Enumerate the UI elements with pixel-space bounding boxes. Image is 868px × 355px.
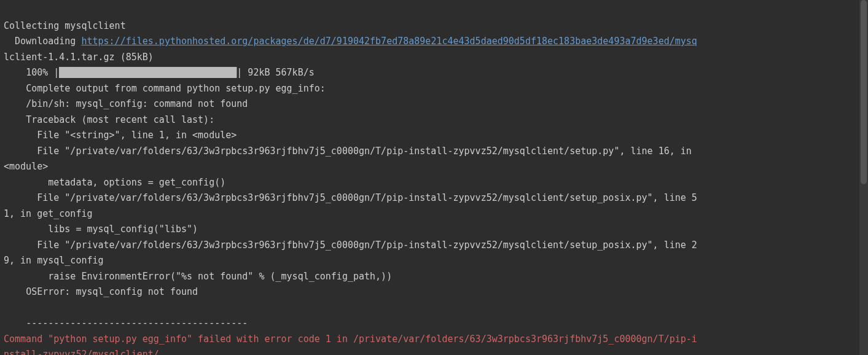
output-line xyxy=(4,300,851,316)
output-line: Traceback (most recent call last): xyxy=(4,112,851,128)
error-line: nstall-zypvvz52/mysqlclient/ xyxy=(4,347,851,355)
download-url-link[interactable]: https://files.pythonhosted.org/packages/… xyxy=(81,36,697,47)
output-line: libs = mysql_config("libs") xyxy=(4,222,851,238)
scrollbar-track[interactable] xyxy=(859,0,868,355)
output-line: <module> xyxy=(4,159,851,175)
progress-line: 100% |████████████████████████████████| … xyxy=(4,65,851,81)
output-line: Collecting mysqlclient xyxy=(4,18,851,34)
error-line: Command "python setup.py egg_info" faile… xyxy=(4,332,851,348)
output-line: /bin/sh: mysql_config: command not found xyxy=(4,96,851,112)
output-line: 9, in mysql_config xyxy=(4,253,851,269)
output-line: ---------------------------------------- xyxy=(4,316,851,332)
output-line: File "/private/var/folders/63/3w3rpbcs3r… xyxy=(4,144,851,160)
output-line: lclient-1.4.1.tar.gz (85kB) xyxy=(4,50,851,66)
output-line: metadata, options = get_config() xyxy=(4,175,851,191)
output-line: Complete output from command python setu… xyxy=(4,81,851,97)
progress-bar: ████████████████████████████████ xyxy=(59,67,237,78)
output-line: OSError: mysql_config not found xyxy=(4,284,851,300)
output-line: 1, in get_config xyxy=(4,206,851,222)
terminal-output: Collecting mysqlclient Downloading https… xyxy=(0,0,855,355)
output-line: Downloading https://files.pythonhosted.o… xyxy=(4,34,851,50)
scrollbar-thumb[interactable] xyxy=(861,0,867,184)
output-line: raise EnvironmentError("%s not found" % … xyxy=(4,269,851,285)
output-line: File "<string>", line 1, in <module> xyxy=(4,128,851,144)
output-line: File "/private/var/folders/63/3w3rpbcs3r… xyxy=(4,238,851,254)
output-line: File "/private/var/folders/63/3w3rpbcs3r… xyxy=(4,190,851,206)
